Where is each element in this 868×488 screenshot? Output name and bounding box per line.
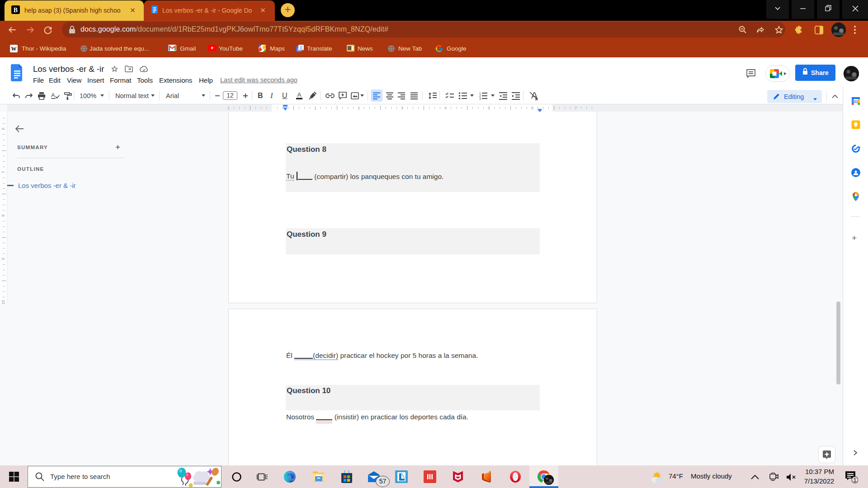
svg-text:A: A: [51, 92, 55, 99]
svg-text:A: A: [297, 91, 301, 98]
svg-text:31: 31: [854, 99, 858, 104]
svg-text:Share: Share: [811, 69, 829, 76]
svg-text:G: G: [297, 47, 300, 52]
svg-text:W: W: [11, 46, 17, 52]
svg-text:3: 3: [479, 97, 481, 100]
svg-text:1: 1: [854, 477, 857, 483]
svg-text:B: B: [14, 7, 18, 14]
